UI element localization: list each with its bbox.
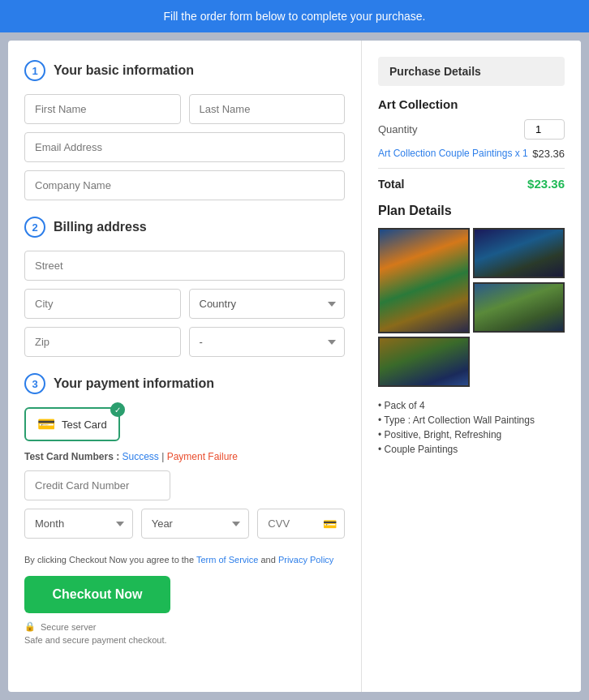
section-basic-info: 1 Your basic information xyxy=(24,60,345,200)
painting-2 xyxy=(473,228,565,278)
price-value: $23.36 xyxy=(532,148,565,160)
section3-header: 3 Your payment information xyxy=(24,373,345,394)
price-row: Art Collection Couple Paintings x 1 $23.… xyxy=(378,148,565,169)
section1-title: Your basic information xyxy=(54,63,194,78)
checkmark-badge: ✓ xyxy=(110,402,125,417)
page-wrapper: Fill the order form below to complete yo… xyxy=(0,0,589,700)
year-select[interactable]: Year 2024202520262027 xyxy=(141,509,250,539)
total-value: $23.36 xyxy=(527,177,565,191)
country-select[interactable]: Country United States United Kingdom Can… xyxy=(189,289,346,319)
quantity-row: Quantity xyxy=(378,119,565,140)
secure-note-sub: Safe and secure payment checkout. xyxy=(24,635,345,645)
company-row xyxy=(24,170,345,200)
section3-title: Your payment information xyxy=(54,376,214,391)
credit-card-input[interactable] xyxy=(24,470,170,500)
section3-number: 3 xyxy=(24,373,45,394)
art-collection-title: Art Collection xyxy=(378,97,565,111)
zip-input[interactable] xyxy=(24,327,181,357)
last-name-input[interactable] xyxy=(189,94,346,124)
total-label: Total xyxy=(378,178,404,191)
name-row xyxy=(24,94,345,124)
street-input[interactable] xyxy=(24,251,345,281)
art-grid xyxy=(378,228,565,387)
painting-1 xyxy=(378,228,470,333)
list-item: Couple Paintings xyxy=(378,442,565,457)
email-input[interactable] xyxy=(24,132,345,162)
section-billing: 2 Billing address Country United States … xyxy=(24,217,345,357)
total-row: Total $23.36 xyxy=(378,177,565,191)
section-payment: 3 Your payment information 💳 Test Card ✓… xyxy=(24,373,345,539)
failure-link[interactable]: Payment Failure xyxy=(167,451,238,462)
cvv-wrapper: 💳 xyxy=(257,509,345,539)
section2-header: 2 Billing address xyxy=(24,217,345,238)
list-item: Positive, Bright, Refreshing xyxy=(378,427,565,442)
street-row xyxy=(24,251,345,281)
cvv-row: Month 01020304 05060708 09101112 Year 20… xyxy=(24,509,345,539)
city-input[interactable] xyxy=(24,289,181,319)
plan-details-title: Plan Details xyxy=(378,204,565,218)
bullet-list: Pack of 4 Type : Art Collection Wall Pai… xyxy=(378,398,565,457)
quantity-label: Quantity xyxy=(378,123,417,135)
list-item: Type : Art Collection Wall Paintings xyxy=(378,413,565,427)
zip-state-row: - xyxy=(24,327,345,357)
cvv-card-icon: 💳 xyxy=(323,517,337,530)
cc-row xyxy=(24,470,345,500)
list-item: Pack of 4 xyxy=(378,398,565,413)
banner-text: Fill the order form below to complete yo… xyxy=(164,10,426,23)
card-option[interactable]: 💳 Test Card ✓ xyxy=(24,407,120,441)
success-link[interactable]: Success xyxy=(122,451,158,462)
painting-4 xyxy=(378,337,470,387)
section2-title: Billing address xyxy=(54,220,147,234)
main-content: 1 Your basic information xyxy=(8,41,581,692)
quantity-input[interactable] xyxy=(524,119,565,140)
section1-number: 1 xyxy=(24,60,45,81)
privacy-link[interactable]: Privacy Policy xyxy=(278,555,333,565)
credit-card-icon: 💳 xyxy=(37,415,55,433)
checkout-button[interactable]: Checkout Now xyxy=(24,576,170,613)
left-panel: 1 Your basic information xyxy=(8,41,362,692)
company-input[interactable] xyxy=(24,170,345,200)
right-panel: Purchase Details Art Collection Quantity… xyxy=(362,41,581,692)
test-card-note: Test Card Numbers : Success | Payment Fa… xyxy=(24,451,345,462)
price-label: Art Collection Couple Paintings x 1 xyxy=(378,148,528,159)
top-banner: Fill the order form below to complete yo… xyxy=(0,0,589,32)
city-country-row: Country United States United Kingdom Can… xyxy=(24,289,345,319)
month-select[interactable]: Month 01020304 05060708 09101112 xyxy=(24,509,133,539)
painting-3 xyxy=(473,282,565,333)
lock-icon: 🔒 xyxy=(24,621,36,632)
section1-header: 1 Your basic information xyxy=(24,60,345,81)
purchase-details-header: Purchase Details xyxy=(378,57,565,86)
card-label: Test Card xyxy=(62,419,107,431)
first-name-input[interactable] xyxy=(24,94,181,124)
section2-number: 2 xyxy=(24,217,45,238)
secure-note: 🔒 Secure server xyxy=(24,621,345,632)
email-row xyxy=(24,132,345,162)
terms-link[interactable]: Term of Service xyxy=(196,555,258,565)
state-select[interactable]: - xyxy=(189,327,346,357)
terms-text: By clicking Checkout Now you agree to th… xyxy=(24,555,345,565)
